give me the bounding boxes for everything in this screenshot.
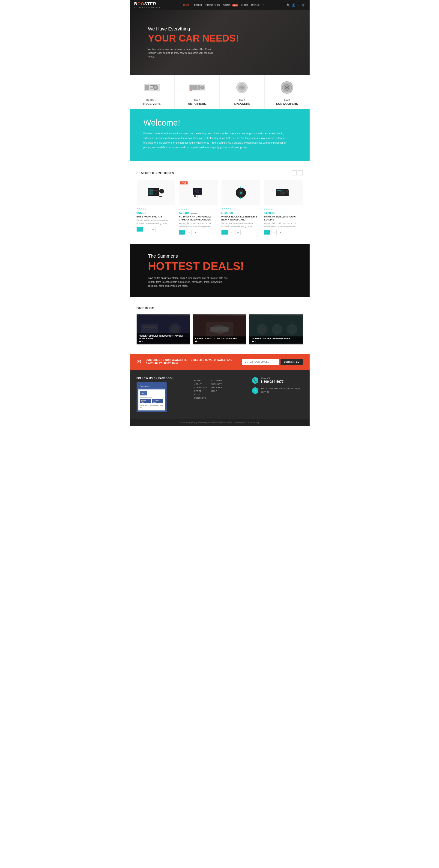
header: BOOSTER CAR AUDIO & VIDEO STORE HOME ABO… [130,0,310,10]
footer-link-about[interactable]: ABOUT [194,383,207,385]
hero-subtitle: We Have Everything [148,26,291,32]
blog-grid: PIONEER CD BUILT IN BLUETOOTH APPLE® IPO… [137,314,303,344]
product-price-0: $95.00 [137,211,175,215]
blog-post-name-2: PIONEER CD CAR STEREO RECEIVER [252,338,300,340]
products-grid: ★ ★ ★ ★ ★ $95.00 BOSS AUDIO BV513.3B We … [137,180,303,235]
nav-portfolio[interactable]: PORTFOLIO [206,4,220,6]
category-car-subwoofers[interactable]: CAR SUBWOOFERS [265,75,309,109]
product-stars-0: ★ ★ ★ ★ ★ [137,208,175,210]
blog-comment-2: 💬 3 [252,341,300,343]
footer-link-blog[interactable]: BLOG [194,393,207,396]
footer-phone-item: 📞 CALL US 1-800-234-5677 [252,377,303,384]
footer-link-wishlist[interactable]: WISHLIST [211,383,222,385]
featured-title: FEATURED PRODUCTS [137,171,174,175]
deals-subtitle: The Summer's [148,253,291,259]
svg-point-31 [159,189,164,193]
next-arrow[interactable]: › [298,170,303,176]
product-card-2: ★ ★ ★ ★ ★ $100.00 PAIR OF ROCKVILLE RWB8… [222,180,260,235]
footer-link-delivery[interactable]: DELIVERY [211,386,222,389]
blog-post-name-1: KICKER CS65 6-1/2'' COAXIAL SPEAKERS [195,338,244,340]
footer-link-store[interactable]: STORE [194,390,207,392]
category-name-3: CAR [284,98,290,101]
newsletter-section: ✉ SUBSCRIBE TO OUR NEWSLETTER TO RECEIVE… [130,354,310,370]
product-actions-2: 🛒 ≈ ★ [222,230,260,235]
add-to-cart-1[interactable]: 🛒 [179,230,185,235]
product-actions-3: 🛒 ≈ ★ [264,230,303,235]
svg-rect-10 [195,85,198,90]
category-in-dash-receivers[interactable]: IN-DASH RECEIVERS [130,75,175,109]
svg-point-37 [196,190,198,192]
hero-section: We Have Everything YOUR CAR NEEDS! We lo… [130,10,310,75]
footer-facebook-widget: f Like Page TM TemplateMonster 👍 Like Pa… [137,382,167,412]
product-img-3 [264,180,303,206]
category-car-speakers[interactable]: CAR SPEAKERS [220,75,265,109]
product-badge-1: SALE [180,181,188,184]
newsletter-email-input[interactable] [242,359,279,365]
category-label-0: RECEIVERS [143,102,161,105]
svg-rect-56 [143,329,153,330]
cart-icon[interactable]: 🛒 [302,3,305,7]
fb-like-btn[interactable]: 👍 Like Page [140,399,151,403]
add-to-cart-0[interactable]: 🛒 [137,227,143,231]
blog-comment-0: 💬 3 [139,341,188,343]
product-desc-0: We are glad to welcome you at our wonder… [137,219,175,225]
nav-home[interactable]: HOME [183,4,191,6]
nav-about[interactable]: ABOUT [194,4,202,6]
product-img-1: SALE [179,180,218,206]
blog-card-0[interactable]: PIONEER CD BUILT IN BLUETOOTH APPLE® IPO… [137,314,190,344]
footer-link-portfolio[interactable]: PORTFOLIO [194,386,207,389]
fb-shop-btn[interactable]: 🛒 Shop Now [152,399,163,403]
newsletter-icon: ✉ [137,359,141,365]
product-name-1: HD 1080P CAR DVR VEHICLE CAMERA VIDEO RE… [179,215,218,221]
wishlist-1[interactable]: ★ [193,230,198,235]
svg-rect-32 [159,196,162,197]
category-label-3: SUBWOOFERS [276,102,298,105]
footer-link-home[interactable]: HOME [194,379,207,382]
wishlist-0[interactable]: ★ [150,227,156,232]
add-to-cart-2[interactable]: 🛒 [222,230,228,235]
svg-rect-51 [277,192,280,192]
blog-section: OUR BLOG PIONEER CD BUILT IN BLUETOOTH A… [130,297,310,354]
prev-arrow[interactable]: ‹ [292,170,297,176]
search-icon[interactable]: 🔍 [286,3,290,7]
product-price-2: $100.00 [222,211,260,215]
svg-rect-50 [277,190,281,191]
newsletter-submit-button[interactable]: SUBSCRIBE [280,359,303,365]
product-card-3: ★ ★ ★ ★ ★ $120.00 SIRIUSXM SATELLITE RAD… [264,180,303,235]
product-actions-0: 🛒 ≈ ★ [137,227,175,232]
svg-rect-4 [150,85,154,86]
footer-call-label: CALL US [261,377,284,379]
nav-store[interactable]: STORE NEW [223,4,238,6]
product-stars-2: ★ ★ ★ ★ ★ [222,208,260,210]
deals-description: Save on top quality car stereo, audio & … [148,276,231,288]
footer-link-contacts[interactable]: CONTACTS [194,397,207,399]
nav-blog[interactable]: BLOG [241,4,248,6]
user-icon[interactable]: 👤 [292,3,295,7]
wishlist-3[interactable]: ★ [278,230,283,235]
footer-bottom: BOOSTER is proudly powered by WordPress … [130,419,310,426]
product-name-3: SIRIUSXM SATELLITE RADIO SXPL1V1 [264,215,303,221]
product-price-3: $120.00 [264,211,303,215]
footer-phone-value: 1-800-234-5677 [261,380,284,383]
svg-point-26 [286,87,288,88]
nav-contacts[interactable]: CONTACTS [251,4,265,6]
compare-1[interactable]: ≈ [187,230,192,235]
envelope-icon: ✉ [252,388,258,394]
add-to-cart-3[interactable]: 🛒 [264,230,270,235]
compare-0[interactable]: ≈ [144,227,149,232]
category-label-2: SPEAKERS [234,102,250,105]
compare-2[interactable]: ≈ [229,230,234,235]
main-nav: HOME ABOUT PORTFOLIO STORE NEW BLOG CONT… [183,4,265,6]
svg-point-43 [240,192,242,194]
wishlist-2[interactable]: ★ [236,230,241,235]
svg-rect-63 [210,327,229,332]
blog-card-1[interactable]: KICKER CS65 6-1/2'' COAXIAL SPEAKERS 💬 3 [193,314,246,344]
footer-link-help[interactable]: HELP [211,390,222,392]
compare-3[interactable]: ≈ [272,230,277,235]
footer-social-title: FOLLOW US ON FACEBOOK [137,377,187,379]
hero-title: YOUR CAR NEEDS! [148,33,291,43]
category-car-amplifiers[interactable]: CAR AMPLIFIERS [175,75,220,109]
footer-link-compare[interactable]: COMPARE [211,379,222,382]
blog-card-2[interactable]: PIONEER CD CAR STEREO RECEIVER 💬 3 [249,314,303,344]
menu-icon[interactable]: ☰ [297,3,300,7]
